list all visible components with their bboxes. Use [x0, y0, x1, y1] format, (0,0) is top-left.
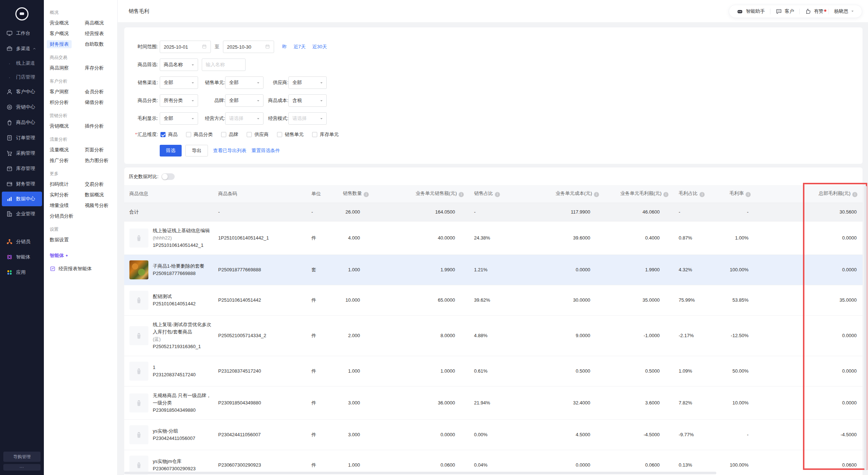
column-header-cost[interactable]: 业务单元成本(元)i — [538, 185, 604, 203]
menu-item-0-2[interactable]: 客户概况 — [50, 31, 85, 37]
menu-item-5-4[interactable]: 增量业绩 — [50, 203, 85, 208]
menu-item-4-2[interactable]: 推广分析 — [50, 158, 85, 163]
date-quick-link-1[interactable]: 近7天 — [293, 44, 306, 50]
info-icon[interactable]: i — [495, 192, 500, 197]
info-icon[interactable]: i — [594, 192, 599, 197]
topbar-action-customer-service[interactable]: 客户 — [770, 8, 799, 15]
sidebar-item-marketing-center[interactable]: 营销中心 — [0, 99, 44, 115]
filter-button[interactable]: 筛选 — [160, 145, 182, 157]
sidebar-item-order-management[interactable]: 订单管理 — [0, 130, 44, 146]
topbar-action-account[interactable]: 杨晓恩 — [829, 8, 860, 15]
column-header-barcode[interactable]: 商品条码 — [213, 185, 306, 203]
menu-item-4-0[interactable]: 流量概况 — [50, 147, 85, 153]
dimension-checkbox-5[interactable]: 库存单元 — [312, 131, 339, 138]
menu-item-0-4[interactable]: 财务报表 — [47, 40, 72, 48]
horizontal-scrollbar[interactable] — [124, 472, 716, 474]
menu-item-5-2[interactable]: 实时分析 — [50, 192, 85, 198]
column-header-unit[interactable]: 单位 — [306, 185, 334, 203]
sidebar-item-online-channel[interactable]: ·线上渠道 — [0, 56, 44, 70]
filter-select-0-0[interactable]: 全部 — [160, 76, 198, 89]
filter-select-2-1[interactable]: 请选择 — [225, 112, 264, 125]
column-header-qty[interactable]: 销售数量i — [334, 185, 374, 203]
sidebar-button-guide-management[interactable]: 导购管理 — [3, 452, 41, 462]
export-button[interactable]: 导出 — [185, 145, 208, 157]
sidebar-item-workbench[interactable]: 工作台 — [0, 26, 44, 41]
info-icon[interactable]: i — [700, 192, 705, 197]
table-row[interactable]: 线上验证线上基础信息编辑(hhhh22)1P251010614051442_11… — [124, 221, 863, 255]
sidebar-item-data-center[interactable]: 数据中心 — [2, 192, 42, 206]
menu-item-4-1[interactable]: 页面分析 — [85, 147, 118, 153]
dimension-checkbox-0[interactable]: 商品 — [160, 131, 178, 138]
info-icon[interactable]: i — [364, 192, 369, 197]
vertical-scrollbar[interactable] — [864, 186, 867, 470]
info-icon[interactable]: i — [746, 192, 751, 197]
history-compare-toggle[interactable] — [162, 173, 175, 180]
menu-item-2-3[interactable]: 储值分析 — [85, 99, 118, 105]
column-header-hq-profit[interactable]: 总部毛利额(元)i — [756, 185, 863, 203]
product-name[interactable]: 1 — [153, 364, 196, 371]
info-icon[interactable]: i — [663, 192, 668, 197]
date-to-input[interactable]: 2025-10-30 — [223, 41, 274, 53]
sidebar-item-apps[interactable]: 应用 — [0, 265, 44, 280]
filter-select-0-2[interactable]: 全部 — [288, 76, 327, 89]
product-name[interactable]: ys实物jm仓库 — [153, 458, 196, 465]
filter-select-2-2[interactable]: 请选择 — [288, 112, 327, 125]
menu-item-5-6[interactable]: 分销员分析 — [50, 213, 85, 219]
view-exported-link[interactable]: 查看已导出列表 — [213, 147, 246, 154]
menu-item-0-1[interactable]: 商品概况 — [85, 20, 118, 26]
column-header-sales-ratio[interactable]: 销售占比i — [469, 185, 538, 203]
menu-item-agent-report[interactable]: 经营报表智能体 — [50, 265, 117, 272]
menu-item-6-0[interactable]: 数据设置 — [50, 237, 85, 243]
sidebar-item-agent[interactable]: 智能体 — [0, 249, 44, 265]
menu-item-1-1[interactable]: 库存分析 — [85, 65, 118, 71]
menu-item-2-2[interactable]: 积分分析 — [50, 99, 85, 105]
dimension-checkbox-2[interactable]: 品牌 — [221, 131, 238, 138]
topbar-action-youzan[interactable]: 有赞 — [800, 8, 829, 15]
product-name-input[interactable]: 输入名称 — [202, 59, 246, 71]
sidebar-item-inventory-management[interactable]: 库存管理 — [0, 161, 44, 176]
sidebar-item-finance-management[interactable]: 财务管理 — [0, 176, 44, 192]
sidebar-item-enterprise-management[interactable]: 企业管理 — [0, 206, 44, 222]
dimension-checkbox-1[interactable]: 商品分类 — [186, 131, 213, 138]
filter-select-2-0[interactable]: 全部 — [160, 112, 198, 125]
product-name[interactable]: ys实物-分组 — [153, 427, 195, 435]
table-row[interactable]: ys实物-分组P230424411056007P230424411056007件… — [124, 419, 863, 450]
filter-select-1-2[interactable]: 含税 — [288, 94, 327, 107]
date-from-input[interactable]: 2025-10-01 — [160, 41, 211, 53]
column-header-sales-amount[interactable]: 业务单元销售额(元)i — [374, 185, 469, 203]
filter-select-1-1[interactable]: 全部 — [225, 94, 264, 107]
product-name[interactable]: 子商品1-给要删除的套餐 — [153, 263, 205, 270]
menu-item-0-0[interactable]: 营业概况 — [50, 20, 85, 26]
date-quick-link-0[interactable]: 昨 — [282, 44, 287, 50]
dimension-checkbox-3[interactable]: 供应商 — [247, 131, 269, 138]
dimension-checkbox-4[interactable]: 销售单元 — [277, 131, 304, 138]
product-filter-type-select[interactable]: 商品名称 — [160, 59, 198, 71]
sidebar-item-purchase-management[interactable]: 采购管理 — [0, 146, 44, 161]
table-row[interactable]: 1P231208374517240P231208374517240件1.0001… — [124, 356, 863, 386]
info-icon[interactable]: i — [852, 192, 857, 197]
column-header-profit[interactable]: 业务单元毛利额(元)i — [604, 185, 674, 203]
menu-item-5-3[interactable]: 数据概况 — [85, 192, 118, 198]
sidebar-item-customer-center[interactable]: 客户中心 — [0, 84, 44, 99]
info-icon[interactable]: i — [459, 192, 464, 197]
brand-logo[interactable] — [15, 7, 29, 20]
menu-item-5-1[interactable]: 交易分析 — [85, 181, 118, 187]
menu-item-5-0[interactable]: 扫码统计 — [50, 181, 85, 187]
column-header-profit-ratio[interactable]: 毛利占比i — [674, 185, 723, 203]
product-name[interactable]: 无规格商品 只有一级品牌，一级分类 — [153, 392, 213, 407]
menu-item-4-3[interactable]: 热力图分析 — [85, 158, 118, 163]
product-name[interactable]: 线上验证线上基础信息编辑(hhhh22) — [153, 227, 213, 242]
filter-select-1-0[interactable]: 所有分类 — [160, 94, 198, 107]
menu-item-0-3[interactable]: 经营报表 — [85, 31, 118, 37]
menu-item-3-1[interactable]: 插件分析 — [85, 123, 118, 129]
filter-select-0-1[interactable]: 全部 — [225, 76, 264, 89]
topbar-action-ai-assistant[interactable]: 智能助手 — [731, 8, 770, 15]
menu-item-2-0[interactable]: 客户洞察 — [50, 89, 85, 95]
product-name[interactable]: 线上复现-测试存货优化多次入库打包/套餐商品 — [153, 321, 213, 336]
date-quick-link-2[interactable]: 近30天 — [312, 44, 327, 50]
sidebar-item-goods-center[interactable]: 商品中心 — [0, 115, 44, 130]
column-header-margin[interactable]: 毛利率i — [723, 185, 756, 203]
sidebar-item-distributor[interactable]: 分销员 — [0, 234, 44, 249]
menu-item-2-1[interactable]: 会员分析 — [85, 89, 118, 95]
table-row[interactable]: 线上复现-测试存货优化多次入库打包/套餐商品(蓝)P25052171931636… — [124, 315, 863, 356]
